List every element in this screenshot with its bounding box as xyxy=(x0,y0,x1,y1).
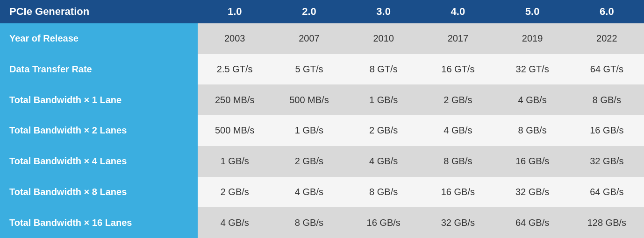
row-value: 2.5 GT/s xyxy=(198,54,272,85)
header-row: PCIe Generation 1.0 2.0 3.0 4.0 5.0 6.0 xyxy=(0,0,644,23)
row-value: 4 GB/s xyxy=(421,115,495,146)
row-value: 64 GT/s xyxy=(570,54,644,85)
row-value: 8 GB/s xyxy=(495,115,569,146)
row-label: Total Bandwidth × 8 Lanes xyxy=(0,177,198,208)
header-v6: 6.0 xyxy=(570,0,644,23)
header-v1: 1.0 xyxy=(198,0,272,23)
row-value: 2017 xyxy=(421,23,495,54)
row-label: Total Bandwidth × 16 Lanes xyxy=(0,207,198,238)
row-label: Total Bandwidth × 2 Lanes xyxy=(0,115,198,146)
row-label: Year of Release xyxy=(0,23,198,54)
header-v2: 2.0 xyxy=(272,0,346,23)
row-value: 32 GT/s xyxy=(495,54,569,85)
row-value: 1 GB/s xyxy=(198,146,272,177)
row-value: 250 MB/s xyxy=(198,84,272,115)
row-value: 64 GB/s xyxy=(570,177,644,208)
header-v5: 5.0 xyxy=(495,0,569,23)
row-value: 128 GB/s xyxy=(570,207,644,238)
row-label: Total Bandwidth × 4 Lanes xyxy=(0,146,198,177)
row-value: 4 GB/s xyxy=(346,146,421,177)
row-value: 2007 xyxy=(272,23,346,54)
row-value: 8 GT/s xyxy=(346,54,421,85)
row-value: 8 GB/s xyxy=(346,177,421,208)
row-value: 500 MB/s xyxy=(198,115,272,146)
table-row: Total Bandwidth × 1 Lane250 MB/s500 MB/s… xyxy=(0,84,644,115)
row-value: 2 GB/s xyxy=(346,115,421,146)
table-row: Total Bandwidth × 8 Lanes2 GB/s4 GB/s8 G… xyxy=(0,177,644,208)
row-label: Total Bandwidth × 1 Lane xyxy=(0,84,198,115)
row-value: 8 GB/s xyxy=(421,146,495,177)
table-row: Total Bandwidth × 16 Lanes4 GB/s8 GB/s16… xyxy=(0,207,644,238)
row-label: Data Transfer Rate xyxy=(0,54,198,85)
row-value: 32 GB/s xyxy=(421,207,495,238)
table-row: Year of Release200320072010201720192022 xyxy=(0,23,644,54)
row-value: 16 GB/s xyxy=(421,177,495,208)
row-value: 2022 xyxy=(570,23,644,54)
row-value: 32 GB/s xyxy=(570,146,644,177)
row-value: 500 MB/s xyxy=(272,84,346,115)
row-value: 2010 xyxy=(346,23,421,54)
header-v4: 4.0 xyxy=(421,0,495,23)
pcie-table-container: PCIe Generation 1.0 2.0 3.0 4.0 5.0 6.0 … xyxy=(0,0,644,238)
row-value: 2 GB/s xyxy=(421,84,495,115)
table-row: Data Transfer Rate2.5 GT/s5 GT/s8 GT/s16… xyxy=(0,54,644,85)
row-value: 4 GB/s xyxy=(272,177,346,208)
header-generation: PCIe Generation xyxy=(0,0,198,23)
row-value: 4 GB/s xyxy=(495,84,569,115)
row-value: 16 GB/s xyxy=(570,115,644,146)
row-value: 2 GB/s xyxy=(272,146,346,177)
header-v3: 3.0 xyxy=(346,0,421,23)
row-value: 1 GB/s xyxy=(346,84,421,115)
row-value: 16 GB/s xyxy=(346,207,421,238)
row-value: 32 GB/s xyxy=(495,177,569,208)
row-value: 2019 xyxy=(495,23,569,54)
row-value: 2 GB/s xyxy=(198,177,272,208)
row-value: 16 GT/s xyxy=(421,54,495,85)
row-value: 2003 xyxy=(198,23,272,54)
table-row: Total Bandwidth × 2 Lanes500 MB/s1 GB/s2… xyxy=(0,115,644,146)
row-value: 4 GB/s xyxy=(198,207,272,238)
row-value: 64 GB/s xyxy=(495,207,569,238)
row-value: 1 GB/s xyxy=(272,115,346,146)
row-value: 16 GB/s xyxy=(495,146,569,177)
table-row: Total Bandwidth × 4 Lanes1 GB/s2 GB/s4 G… xyxy=(0,146,644,177)
pcie-comparison-table: PCIe Generation 1.0 2.0 3.0 4.0 5.0 6.0 … xyxy=(0,0,644,238)
row-value: 8 GB/s xyxy=(570,84,644,115)
row-value: 8 GB/s xyxy=(272,207,346,238)
row-value: 5 GT/s xyxy=(272,54,346,85)
